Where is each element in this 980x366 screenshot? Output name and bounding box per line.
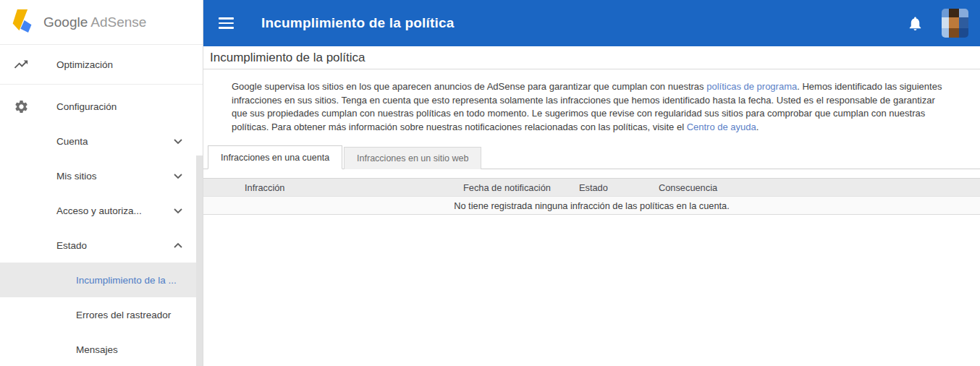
table-header-row: Infracción Fecha de notificación Estado …	[203, 178, 980, 197]
chevron-down-icon	[173, 137, 183, 145]
column-header-infraccion: Infracción	[245, 182, 463, 193]
sidebar-item-estado[interactable]: Estado	[0, 228, 203, 263]
sidebar-item-label: Mis sitios	[56, 171, 97, 182]
trending-up-icon	[13, 56, 29, 72]
program-policies-link[interactable]: políticas de programa	[706, 81, 797, 92]
sidebar-item-mis-sitios[interactable]: Mis sitios	[0, 158, 203, 193]
chevron-down-icon	[173, 172, 183, 179]
sidebar-item-label: Cuenta	[56, 136, 88, 147]
column-header-consecuencia: Consecuencia	[659, 182, 980, 193]
empty-state-message: No tiene registrada ninguna infracción d…	[454, 200, 730, 211]
sidebar-item-acceso-y-autorizacion[interactable]: Acceso y autoriza...	[0, 193, 203, 228]
sidebar-item-configuracion[interactable]: Configuración	[0, 89, 203, 124]
page-title: Incumplimiento de la política	[210, 51, 366, 65]
sidebar-item-mensajes[interactable]: Mensajes	[0, 332, 203, 366]
sidebar-item-label: Mensajes	[76, 344, 118, 355]
sidebar-item-cuenta[interactable]: Cuenta	[0, 124, 203, 158]
hamburger-menu-icon[interactable]	[219, 14, 236, 32]
sidebar-scrollbar-thumb[interactable]	[196, 156, 203, 366]
column-header-estado: Estado	[579, 182, 659, 193]
tabs-bar: Infracciones en una cuenta Infracciones …	[203, 145, 980, 169]
main-area: Incumplimiento de la política Incumplimi…	[203, 0, 980, 366]
sidebar-item-incumplimiento-politica[interactable]: Incumplimiento de la ...	[0, 263, 197, 297]
tab-infracciones-cuenta[interactable]: Infracciones en una cuenta	[208, 145, 342, 169]
intro-paragraph: Google supervisa los sitios en los que a…	[232, 80, 950, 134]
brand-google: Google	[43, 14, 88, 30]
sidebar-item-label: Errores del rastreador	[76, 310, 171, 320]
appbar-title: Incumplimiento de la política	[261, 15, 455, 31]
bell-icon[interactable]	[907, 14, 924, 33]
sidebar-item-errores-rastreador[interactable]: Errores del rastreador	[0, 297, 203, 332]
brand-header[interactable]: GoogleAdSense	[0, 0, 203, 45]
help-center-link[interactable]: Centro de ayuda	[687, 122, 756, 132]
tab-infracciones-sitio-web[interactable]: Infracciones en un sitio web	[344, 147, 481, 169]
sidebar-item-optimizacion[interactable]: Optimización	[0, 45, 203, 85]
sidebar-item-label: Estado	[56, 240, 87, 251]
chevron-down-icon	[173, 207, 183, 214]
sidebar-item-label: Optimización	[56, 59, 113, 70]
sidebar-item-label: Incumplimiento de la ...	[76, 275, 177, 286]
sidebar: GoogleAdSense Optimización Configuración…	[0, 0, 203, 366]
table-empty-state-row: No tiene registrada ninguna infracción d…	[203, 197, 980, 215]
intro-text-3: .	[756, 122, 759, 132]
gear-icon	[13, 98, 29, 114]
user-avatar[interactable]	[942, 9, 968, 38]
brand-product: AdSense	[90, 14, 146, 30]
brand-text: GoogleAdSense	[43, 14, 146, 30]
sidebar-item-label: Acceso y autoriza...	[56, 205, 142, 216]
chevron-up-icon	[173, 242, 183, 249]
adsense-logo-icon	[11, 8, 34, 37]
page-heading-row: Incumplimiento de la política	[203, 46, 980, 69]
sidebar-item-label: Configuración	[56, 101, 117, 112]
column-header-fecha-notificacion: Fecha de notificación	[463, 182, 579, 193]
intro-text-1: Google supervisa los sitios en los que a…	[232, 81, 706, 92]
app-bar: Incumplimiento de la política	[203, 0, 980, 46]
